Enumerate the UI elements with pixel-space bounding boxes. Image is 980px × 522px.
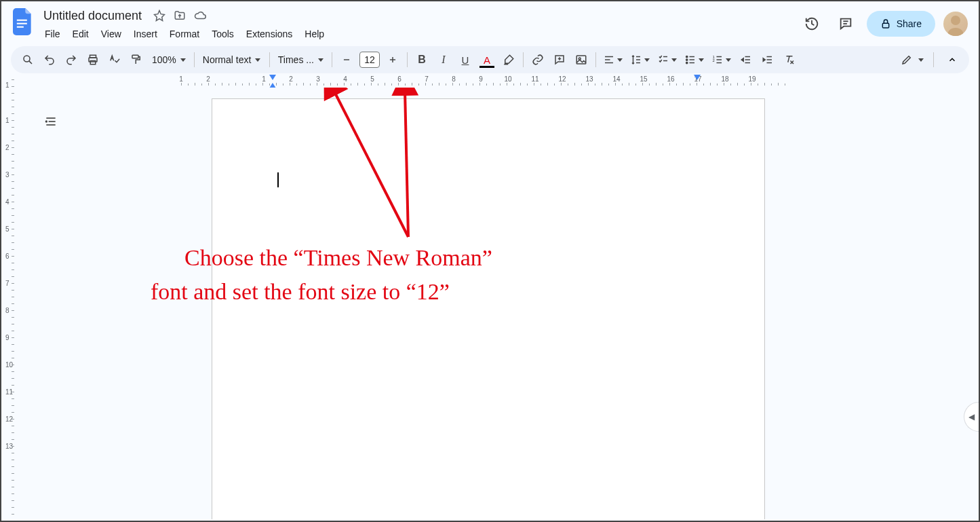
numbered-list-dropdown[interactable]: 12 xyxy=(709,50,734,70)
text-color-icon[interactable]: A xyxy=(477,50,497,70)
menu-edit[interactable]: Edit xyxy=(67,26,94,42)
svg-rect-18 xyxy=(576,56,586,64)
menu-file[interactable]: File xyxy=(39,26,66,42)
redo-icon[interactable] xyxy=(61,50,81,70)
caret-down-icon xyxy=(671,58,677,62)
line-spacing-dropdown[interactable] xyxy=(627,50,653,70)
app-header: Untitled document File Edit View Insert … xyxy=(1,1,979,43)
caret-down-icon xyxy=(699,58,704,62)
star-icon[interactable] xyxy=(153,9,166,22)
svg-rect-5 xyxy=(882,23,888,28)
share-button[interactable]: Share xyxy=(867,11,935,37)
highlight-color-icon[interactable] xyxy=(498,50,519,70)
svg-point-29 xyxy=(686,59,688,60)
caret-down-icon xyxy=(318,58,324,62)
indent-increase-icon[interactable] xyxy=(758,50,778,70)
caret-down-icon xyxy=(918,58,924,62)
first-line-indent-marker[interactable] xyxy=(269,75,276,80)
bulleted-list-dropdown[interactable] xyxy=(682,50,707,70)
toolbar-separator xyxy=(194,52,195,67)
menu-insert[interactable]: Insert xyxy=(128,26,163,42)
italic-icon[interactable]: I xyxy=(433,50,454,70)
account-avatar[interactable] xyxy=(943,12,968,36)
print-icon[interactable] xyxy=(83,50,103,70)
caret-down-icon xyxy=(617,58,623,62)
editor-canvas: Choose the “Times New Roman” font and se… xyxy=(15,88,977,519)
svg-rect-2 xyxy=(17,26,24,28)
svg-text:2: 2 xyxy=(713,58,716,62)
toolbar-separator xyxy=(933,52,934,67)
clear-formatting-icon[interactable] xyxy=(779,50,800,70)
align-dropdown[interactable] xyxy=(600,50,626,70)
menu-help[interactable]: Help xyxy=(299,26,330,42)
editing-mode-dropdown[interactable] xyxy=(895,50,929,70)
svg-rect-12 xyxy=(132,55,138,58)
indent-decrease-icon[interactable] xyxy=(736,50,756,70)
document-page[interactable] xyxy=(212,98,765,519)
zoom-dropdown[interactable]: 100% xyxy=(148,50,190,70)
search-menus-icon[interactable] xyxy=(18,50,38,70)
text-cursor xyxy=(277,172,279,187)
paint-format-icon[interactable] xyxy=(126,50,146,70)
svg-rect-0 xyxy=(17,20,27,21)
font-size-increase-icon[interactable] xyxy=(383,50,403,70)
underline-icon[interactable]: U xyxy=(455,50,475,70)
toolbar-separator xyxy=(332,52,332,67)
caret-down-icon xyxy=(180,58,186,62)
toolbar: 100% Normal text Times ... B I U A 12 xyxy=(11,46,969,73)
toolbar-separator xyxy=(269,52,270,67)
svg-line-8 xyxy=(29,61,32,64)
menu-tools[interactable]: Tools xyxy=(206,26,239,42)
undo-icon[interactable] xyxy=(39,50,60,70)
svg-point-7 xyxy=(24,56,30,62)
collapse-toolbar-icon[interactable] xyxy=(942,50,962,70)
insert-link-icon[interactable] xyxy=(528,50,548,70)
ruler-horizontal[interactable]: 2112345678910111213141516171819 xyxy=(25,75,969,86)
bold-icon[interactable]: B xyxy=(412,50,432,70)
checklist-dropdown[interactable] xyxy=(654,50,680,70)
document-outline-icon[interactable] xyxy=(41,111,61,132)
share-label: Share xyxy=(897,18,922,29)
svg-point-50 xyxy=(46,121,47,122)
font-family-dropdown[interactable]: Times ... xyxy=(274,50,328,70)
svg-point-30 xyxy=(686,62,688,63)
comments-icon[interactable] xyxy=(833,11,859,37)
lock-icon xyxy=(880,18,891,29)
caret-down-icon xyxy=(255,58,260,62)
caret-down-icon xyxy=(644,58,650,62)
insert-image-icon[interactable] xyxy=(571,50,591,70)
menu-extensions[interactable]: Extensions xyxy=(241,26,298,42)
menu-view[interactable]: View xyxy=(96,26,127,42)
toolbar-separator xyxy=(407,52,408,67)
svg-rect-1 xyxy=(17,23,27,24)
caret-down-icon xyxy=(726,58,731,62)
add-comment-icon[interactable] xyxy=(549,50,570,70)
font-size-input[interactable] xyxy=(359,52,380,68)
spellcheck-icon[interactable] xyxy=(104,50,125,70)
history-icon[interactable] xyxy=(799,11,825,37)
paragraph-style-dropdown[interactable]: Normal text xyxy=(199,50,265,70)
docs-logo[interactable] xyxy=(9,8,37,35)
move-folder-icon[interactable] xyxy=(173,9,187,22)
font-size-decrease-icon[interactable] xyxy=(336,50,357,70)
svg-point-28 xyxy=(686,56,688,57)
document-title[interactable]: Untitled document xyxy=(39,7,146,24)
menu-bar: File Edit View Insert Format Tools Exten… xyxy=(39,26,799,42)
right-indent-marker[interactable] xyxy=(694,75,701,80)
menu-format[interactable]: Format xyxy=(164,26,205,42)
svg-point-6 xyxy=(951,16,960,25)
cloud-status-icon[interactable] xyxy=(193,9,207,22)
ruler-vertical[interactable]: 112345678910111213 xyxy=(3,88,14,519)
toolbar-separator xyxy=(523,52,524,67)
toolbar-separator xyxy=(595,52,596,67)
